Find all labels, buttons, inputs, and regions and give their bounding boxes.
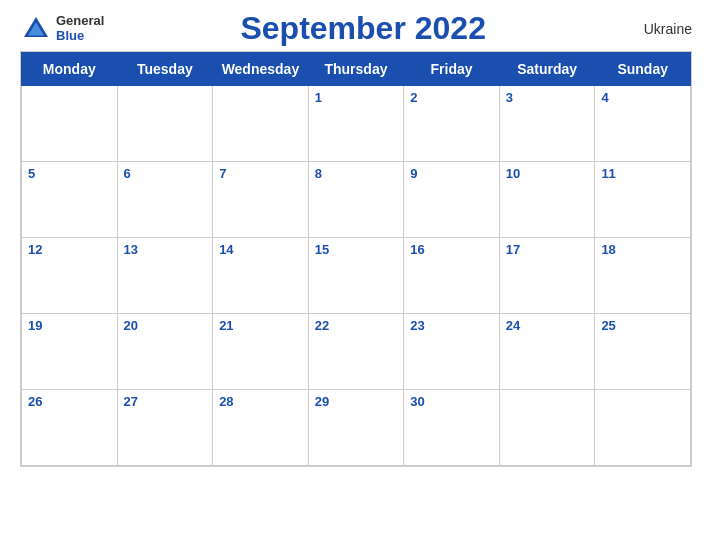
country-label: Ukraine bbox=[622, 21, 692, 37]
logo-general-text: General bbox=[56, 14, 104, 28]
calendar-cell bbox=[213, 86, 309, 162]
calendar-cell: 10 bbox=[499, 162, 595, 238]
calendar-cell: 19 bbox=[22, 314, 118, 390]
calendar-cell bbox=[22, 86, 118, 162]
calendar-cell: 25 bbox=[595, 314, 691, 390]
calendar-cell: 5 bbox=[22, 162, 118, 238]
calendar-cell: 7 bbox=[213, 162, 309, 238]
header-tuesday: Tuesday bbox=[117, 53, 213, 86]
logo-blue-text: Blue bbox=[56, 29, 104, 43]
calendar-cell: 28 bbox=[213, 390, 309, 466]
calendar-cell: 27 bbox=[117, 390, 213, 466]
calendar-cell: 18 bbox=[595, 238, 691, 314]
calendar-header: General Blue September 2022 Ukraine bbox=[20, 10, 692, 47]
header-saturday: Saturday bbox=[499, 53, 595, 86]
calendar-cell: 22 bbox=[308, 314, 404, 390]
calendar-week-row: 19202122232425 bbox=[22, 314, 691, 390]
calendar-cell: 17 bbox=[499, 238, 595, 314]
header-wednesday: Wednesday bbox=[213, 53, 309, 86]
calendar-cell: 21 bbox=[213, 314, 309, 390]
logo-icon bbox=[20, 13, 52, 45]
calendar-cell: 9 bbox=[404, 162, 500, 238]
calendar-cell: 26 bbox=[22, 390, 118, 466]
calendar-cell: 16 bbox=[404, 238, 500, 314]
calendar-title: September 2022 bbox=[104, 10, 622, 47]
calendar-cell: 12 bbox=[22, 238, 118, 314]
calendar-week-row: 12131415161718 bbox=[22, 238, 691, 314]
calendar-cell: 13 bbox=[117, 238, 213, 314]
calendar-cell bbox=[499, 390, 595, 466]
calendar-cell: 14 bbox=[213, 238, 309, 314]
calendar-cell: 23 bbox=[404, 314, 500, 390]
weekday-header-row: Monday Tuesday Wednesday Thursday Friday… bbox=[22, 53, 691, 86]
calendar-week-row: 1234 bbox=[22, 86, 691, 162]
calendar-cell: 15 bbox=[308, 238, 404, 314]
header-sunday: Sunday bbox=[595, 53, 691, 86]
calendar-cell: 8 bbox=[308, 162, 404, 238]
logo: General Blue bbox=[20, 13, 104, 45]
calendar: Monday Tuesday Wednesday Thursday Friday… bbox=[20, 51, 692, 467]
calendar-cell: 30 bbox=[404, 390, 500, 466]
calendar-week-row: 567891011 bbox=[22, 162, 691, 238]
calendar-cell bbox=[117, 86, 213, 162]
calendar-cell: 4 bbox=[595, 86, 691, 162]
calendar-cell: 24 bbox=[499, 314, 595, 390]
calendar-cell: 29 bbox=[308, 390, 404, 466]
header-thursday: Thursday bbox=[308, 53, 404, 86]
calendar-week-row: 2627282930 bbox=[22, 390, 691, 466]
header-friday: Friday bbox=[404, 53, 500, 86]
calendar-cell: 1 bbox=[308, 86, 404, 162]
calendar-cell bbox=[595, 390, 691, 466]
header-monday: Monday bbox=[22, 53, 118, 86]
calendar-cell: 6 bbox=[117, 162, 213, 238]
calendar-cell: 3 bbox=[499, 86, 595, 162]
calendar-cell: 11 bbox=[595, 162, 691, 238]
calendar-cell: 2 bbox=[404, 86, 500, 162]
calendar-cell: 20 bbox=[117, 314, 213, 390]
logo-text: General Blue bbox=[56, 14, 104, 43]
